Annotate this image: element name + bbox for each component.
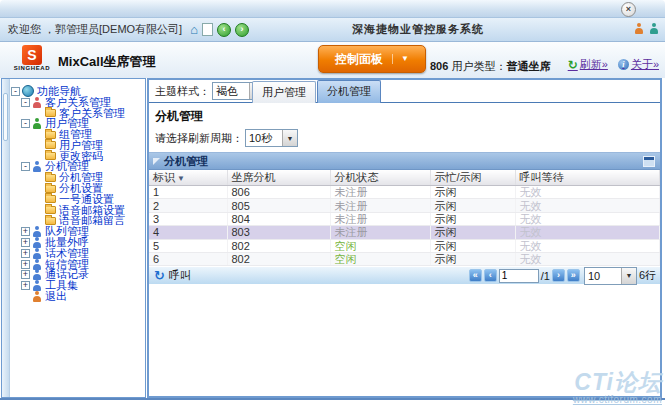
folder-icon [45,206,56,214]
sidebar-item-call-records[interactable]: + 通话记录 [11,270,145,281]
forward-icon[interactable]: › [235,23,249,37]
cell-state: 空闲 [330,239,430,252]
theme-select-value: 褐色 [213,84,249,99]
person-icon [32,161,42,172]
page-size-select[interactable]: 10 ▼ [584,267,637,285]
cell-state: 未注册 [330,199,430,212]
folder-icon [45,195,56,203]
person-icon [32,259,42,270]
expand-icon[interactable]: + [21,227,30,236]
sidebar-splitter[interactable] [2,79,10,397]
table-row[interactable]: 3 804 未注册 示闲 无效 [149,212,660,225]
main-panel: 主题样式： 褐色 ▼ 用户管理 分机管理 分机管理 请选择刷新周期： 10秒 ▼… [147,78,662,398]
expand-icon[interactable]: + [21,260,30,269]
theme-style-label: 主题样式： [155,84,210,99]
cell-wait: 无效 [515,252,660,265]
column-header-id[interactable]: 标识▼ [149,170,227,186]
section-title: 分机管理 [155,108,660,125]
dropdown-arrow-icon[interactable]: ▼ [621,268,636,284]
pager-bar: ↻ 呼叫 « ‹ /1 › » 10 ▼ 6行 [149,266,660,284]
folder-icon [45,152,56,160]
about-link[interactable]: i 关于» [618,57,659,72]
collapse-icon[interactable]: - [21,98,30,107]
table-row[interactable]: 2 805 未注册 示闲 无效 [149,199,660,212]
user-icon[interactable] [634,23,644,34]
prev-page-icon[interactable]: ‹ [484,269,497,282]
refresh-link[interactable]: ↻ 刷新» [568,57,608,72]
column-header-wait[interactable]: 呼叫等待 [515,170,660,186]
table-row-selected[interactable]: 4 803 未注册 示闲 无效 [149,226,660,239]
column-header-ext[interactable]: 坐席分机 [227,170,330,186]
splitter-handle-icon[interactable] [3,93,8,141]
collapse-triangle-icon[interactable] [153,158,160,165]
person-icon [32,269,42,280]
collapse-icon[interactable]: - [21,162,30,171]
cell-wait: 无效 [515,186,660,199]
welcome-bar: 欢迎您 ，郭管理员[DEMO有限公司] ⌂ ‹ › 深海捷物业管控服务系统 [0,18,665,42]
folder-icon [45,185,56,193]
refresh-period-label: 请选择刷新周期： [155,131,243,146]
cell-busy: 示闲 [430,226,515,239]
table-row[interactable]: 1 806 未注册 示闲 无效 [149,186,660,199]
column-header-state[interactable]: 分机状态 [330,170,430,186]
control-panel-button[interactable]: 控制面板 ▼ [318,45,426,73]
app-header: S SINGHEAD MixCall坐席管理 控制面板 ▼ 806 用户类型：普… [0,42,665,78]
grid-window-icon[interactable] [643,156,655,167]
user-type-label: 用户类型： [451,60,506,72]
next-page-icon[interactable]: › [552,269,565,282]
column-header-busy[interactable]: 示忙/示闲 [430,170,515,186]
about-link-label: 关于» [631,57,659,72]
folder-icon [45,174,56,182]
cell-wait: 无效 [515,239,660,252]
back-icon[interactable]: ‹ [217,23,231,37]
sidebar-item-logout[interactable]: 退出 [11,291,145,302]
cell-wait: 无效 [515,212,660,225]
page-number-input[interactable] [499,269,539,283]
cell-id: 3 [149,212,227,225]
first-page-icon[interactable]: « [469,269,482,282]
extension-table: 标识▼ 坐席分机 分机状态 示忙/示闲 呼叫等待 1 806 未注册 示闲 无 [149,170,660,266]
cell-ext: 805 [227,199,330,212]
cell-id: 4 [149,226,227,239]
refresh-period-select[interactable]: 10秒 ▼ [245,129,298,147]
cell-state: 未注册 [330,226,430,239]
system-name: 深海捷物业管控服务系统 [352,22,484,37]
expand-icon[interactable]: + [21,238,30,247]
tab-ext-mgmt[interactable]: 分机管理 [317,80,381,103]
expand-icon[interactable]: + [21,281,30,290]
refresh-icon: ↻ [154,270,165,281]
agent-number: 806 [430,60,448,72]
cell-busy: 示闲 [430,199,515,212]
person-icon [32,237,42,248]
theme-strip: 主题样式： 褐色 ▼ 用户管理 分机管理 [149,80,660,103]
cell-busy: 示闲 [430,252,515,265]
collapse-icon[interactable]: - [11,87,20,96]
nav-icon [22,85,34,97]
last-page-icon[interactable]: » [567,269,580,282]
grid-title: 分机管理 [164,154,208,169]
singhead-logo: S SINGHEAD [10,45,54,72]
page-total: /1 [541,270,550,282]
call-button[interactable]: ↻ 呼叫 [154,268,191,283]
nav-tree: - 功能导航 - 客户关系管理 客户关系管理 - 用户管理 组管理 [11,86,145,302]
folder-icon [45,141,56,149]
page-size-value: 10 [585,270,621,282]
expand-icon[interactable]: + [21,249,30,258]
welcome-text: 欢迎您 ，郭管理员[DEMO有限公司] [8,22,182,37]
close-icon[interactable]: × [621,2,636,17]
table-row[interactable]: 5 802 空闲 示闲 无效 [149,239,660,252]
table-row[interactable]: 6 802 空闲 示闲 无效 [149,252,660,265]
folder-icon [45,131,56,139]
cell-busy: 示闲 [430,186,515,199]
collapse-icon[interactable]: - [21,119,30,128]
document-icon[interactable] [202,23,213,36]
home-icon[interactable]: ⌂ [190,24,198,36]
expand-icon[interactable]: + [21,270,30,279]
tab-user-mgmt[interactable]: 用户管理 [252,81,316,103]
refresh-period-value: 10秒 [246,131,282,146]
tab-bar: 用户管理 分机管理 [252,80,382,103]
admin-icon[interactable] [649,23,659,34]
grid-titlebar: 分机管理 [149,152,660,170]
dropdown-arrow-icon[interactable]: ▼ [282,130,297,146]
table-header-row: 标识▼ 坐席分机 分机状态 示忙/示闲 呼叫等待 [149,170,660,186]
